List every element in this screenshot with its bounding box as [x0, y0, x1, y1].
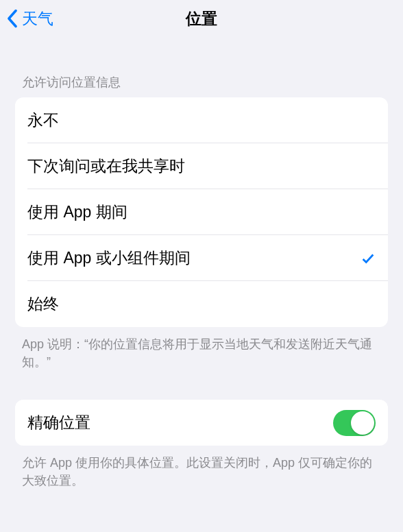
- option-label: 使用 App 或小组件期间: [27, 247, 191, 269]
- navigation-bar: 天气 位置: [0, 0, 403, 37]
- precise-location-row[interactable]: 精确位置: [15, 400, 388, 446]
- option-label: 使用 App 期间: [27, 202, 127, 223]
- option-while-using-app-or-widgets[interactable]: 使用 App 或小组件期间: [15, 235, 388, 281]
- option-ask-next-time[interactable]: 下次询问或在我共享时: [15, 143, 388, 189]
- option-label: 永不: [27, 110, 59, 131]
- back-label: 天气: [22, 8, 53, 29]
- toggle-knob: [351, 411, 374, 435]
- section-footer-precise: 允许 App 使用你的具体位置。此设置关闭时，App 仅可确定你的大致位置。: [0, 446, 403, 489]
- section-footer-app-explanation: App 说明：“你的位置信息将用于显示当地天气和发送附近天气通知。”: [0, 327, 403, 371]
- option-while-using-app[interactable]: 使用 App 期间: [15, 189, 388, 235]
- chevron-left-icon: [7, 9, 18, 28]
- checkmark-icon: [361, 251, 376, 266]
- page-title: 位置: [186, 8, 217, 29]
- option-never[interactable]: 永不: [15, 97, 388, 143]
- location-access-options: 永不 下次询问或在我共享时 使用 App 期间 使用 App 或小组件期间 始终: [15, 97, 388, 327]
- option-always[interactable]: 始终: [15, 281, 388, 327]
- precise-location-toggle[interactable]: [333, 410, 376, 436]
- option-label: 始终: [27, 293, 59, 315]
- option-label: 下次询问或在我共享时: [27, 156, 185, 177]
- section-header-location-access: 允许访问位置信息: [0, 74, 403, 90]
- precise-location-group: 精确位置: [15, 400, 388, 446]
- back-button[interactable]: 天气: [0, 8, 53, 29]
- precise-location-label: 精确位置: [27, 412, 90, 433]
